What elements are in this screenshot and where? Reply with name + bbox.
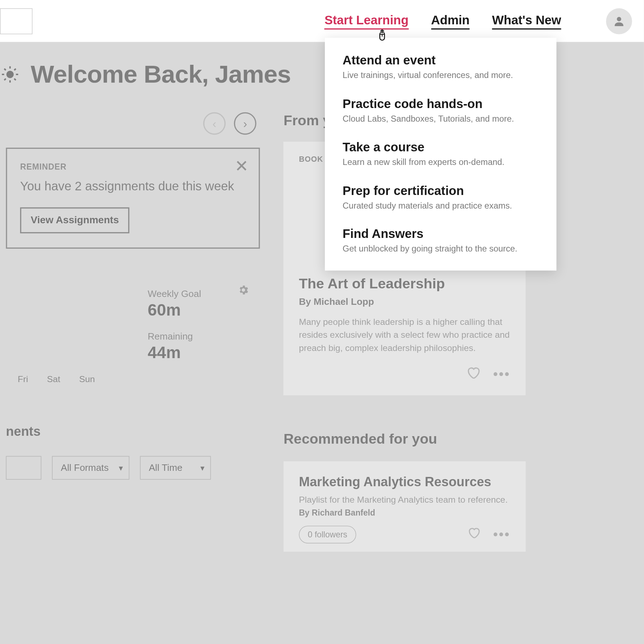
view-assignments-button[interactable]: View Assignments [20, 208, 130, 234]
ellipsis-icon: ••• [493, 367, 510, 382]
filter-format-value: All Formats [61, 463, 109, 473]
reminder-card: REMINDER ✕ You have 2 assignments due th… [6, 148, 260, 249]
dropdown-item-practice-code[interactable]: Practice code hands-on Cloud Labs, Sandb… [343, 97, 539, 125]
dropdown-item-desc: Learn a new skill from experts on-demand… [343, 157, 539, 168]
dropdown-item-title: Take a course [343, 140, 539, 154]
reminder-text: You have 2 assignments due this week [20, 177, 246, 195]
ellipsis-icon: ••• [493, 527, 510, 542]
recommended-author: By Richard Banfeld [299, 508, 510, 517]
reminder-label: REMINDER [20, 162, 246, 171]
followers-pill: 0 followers [299, 526, 356, 544]
favorite-button[interactable] [467, 526, 480, 543]
logo-placeholder [0, 8, 33, 34]
weekly-goal-value: 60m [148, 301, 248, 320]
top-bar: Start Learning Admin What's New [0, 0, 644, 43]
sun-icon [0, 64, 20, 84]
dropdown-item-title: Find Answers [343, 227, 539, 241]
close-reminder-button[interactable]: ✕ [233, 157, 250, 175]
book-card-actions: ••• [299, 366, 510, 384]
start-learning-dropdown: Attend an event Live trainings, virtual … [325, 38, 556, 270]
dropdown-item-title: Attend an event [343, 53, 539, 68]
recommended-section: Recommended for you Marketing Analytics … [283, 431, 526, 552]
book-description: Many people think leadership is a higher… [299, 316, 510, 354]
remaining-value: 44m [148, 343, 248, 362]
recommended-subtitle: Playlist for the Marketing Analytics tea… [299, 494, 510, 504]
day-sat: Sat [47, 374, 60, 384]
heart-icon [466, 366, 480, 380]
chevron-down-icon: ▾ [200, 463, 205, 473]
svg-point-1 [6, 71, 14, 78]
assignments-heading: nents [6, 424, 260, 440]
page-title: Welcome Back, James [31, 60, 291, 88]
svg-point-0 [617, 17, 621, 21]
chevron-right-icon: › [243, 117, 247, 130]
dropdown-item-take-course[interactable]: Take a course Learn a new skill from exp… [343, 140, 539, 168]
day-fri: Fri [18, 374, 28, 384]
heart-icon [467, 526, 480, 539]
reminder-carousel-nav: ‹ › [6, 112, 260, 135]
svg-line-9 [14, 69, 16, 70]
dropdown-item-desc: Get unblocked by going straight to the s… [343, 244, 539, 255]
more-options-button[interactable]: ••• [493, 367, 510, 382]
chevron-left-icon: ‹ [213, 117, 216, 130]
svg-line-5 [14, 79, 16, 80]
carousel-next-button[interactable]: › [234, 112, 257, 135]
filter-time-value: All Time [149, 463, 182, 473]
avatar[interactable] [606, 8, 632, 34]
recommended-heading: Recommended for you [283, 431, 526, 447]
book-author: By Michael Lopp [299, 297, 510, 307]
dropdown-item-attend-event[interactable]: Attend an event Live trainings, virtual … [343, 53, 539, 82]
chevron-down-icon: ▾ [119, 463, 123, 473]
day-sun: Sun [79, 374, 95, 384]
dropdown-item-desc: Curated study materials and practice exa… [343, 200, 539, 211]
filter-format[interactable]: All Formats ▾ [52, 456, 129, 480]
dropdown-item-find-answers[interactable]: Find Answers Get unblocked by going stra… [343, 227, 539, 255]
gear-icon [238, 284, 249, 296]
weekly-goal-card: Weekly Goal 60m Remaining 44m Fri Sat Su… [6, 278, 260, 389]
weekly-goal-label: Weekly Goal [148, 289, 248, 300]
close-icon: ✕ [235, 156, 248, 176]
primary-nav: Start Learning Admin What's New [325, 8, 632, 34]
dropdown-item-title: Practice code hands-on [343, 97, 539, 111]
nav-start-learning[interactable]: Start Learning [325, 13, 409, 29]
dropdown-item-title: Prep for certification [343, 184, 539, 198]
carousel-prev-button[interactable]: ‹ [203, 112, 226, 135]
day-row: Fri Sat Sun [18, 374, 248, 384]
nav-whats-new[interactable]: What's New [492, 13, 561, 29]
book-title: The Art of Leadership [299, 275, 510, 292]
filter-first[interactable] [6, 456, 42, 480]
goal-settings-button[interactable] [238, 284, 249, 300]
favorite-button[interactable] [466, 366, 480, 384]
filter-time[interactable]: All Time ▾ [140, 456, 211, 480]
assignment-filters: All Formats ▾ All Time ▾ [6, 456, 260, 480]
more-options-button[interactable]: ••• [493, 527, 510, 542]
svg-line-4 [4, 69, 6, 70]
remaining-label: Remaining [148, 332, 248, 342]
svg-line-8 [4, 79, 6, 80]
dropdown-item-desc: Live trainings, virtual conferences, and… [343, 70, 539, 81]
person-icon [613, 14, 625, 27]
recommended-title: Marketing Analytics Resources [299, 474, 510, 490]
nav-admin[interactable]: Admin [431, 13, 470, 29]
recommended-card[interactable]: Marketing Analytics Resources Playlist f… [283, 462, 526, 552]
dropdown-item-prep-certification[interactable]: Prep for certification Curated study mat… [343, 184, 539, 212]
dropdown-item-desc: Cloud Labs, Sandboxes, Tutorials, and mo… [343, 113, 539, 125]
